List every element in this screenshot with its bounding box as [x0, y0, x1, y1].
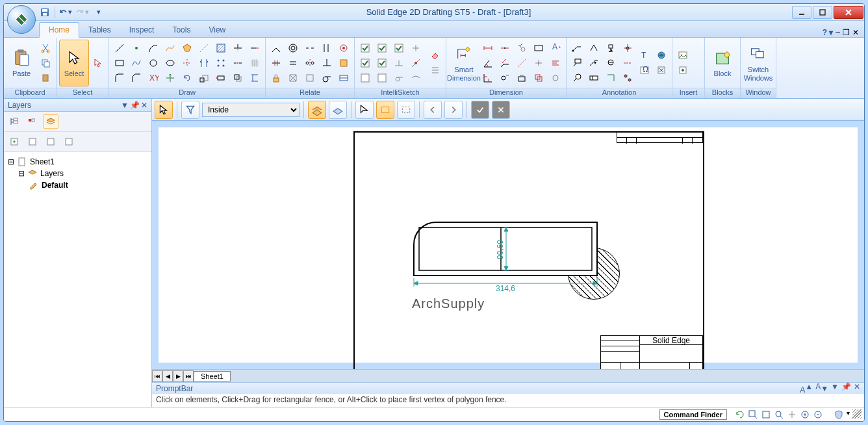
maintain-relationships-button[interactable] [336, 41, 351, 55]
shield-icon[interactable] [834, 409, 844, 420]
tab-tools[interactable]: Tools [163, 23, 199, 37]
sb-dropdown[interactable]: ▾ [847, 409, 850, 420]
horizontal-button[interactable] [268, 56, 284, 70]
insert-object-button[interactable] [675, 63, 691, 77]
smartframe-button[interactable] [654, 48, 669, 62]
eraser-button[interactable] [428, 48, 443, 62]
tree-expand-icon[interactable]: ⊟ [18, 169, 25, 178]
dim-track-button[interactable] [531, 56, 546, 70]
angle-between-button[interactable] [480, 56, 496, 70]
split-button[interactable] [230, 56, 246, 70]
tab-inspect[interactable]: Inspect [120, 23, 164, 37]
lock-button[interactable] [268, 71, 284, 85]
coordinate-button[interactable] [480, 71, 496, 85]
layer-move-button[interactable] [25, 135, 40, 149]
snap-center-button[interactable] [374, 41, 390, 55]
freeform-button[interactable] [129, 56, 144, 70]
centerline-ann-button[interactable] [620, 56, 635, 70]
panel-dropdown-button[interactable]: ▼ [121, 101, 129, 110]
tree-expand-icon[interactable]: ⊟ [8, 157, 14, 166]
layer-tree[interactable]: ⊟ Sheet1 ⊟ Layers Default [4, 152, 151, 407]
layer-new-button[interactable] [6, 135, 22, 149]
chamfer-button[interactable] [129, 71, 144, 85]
edge-condition-button[interactable] [603, 71, 619, 85]
tab-tables[interactable]: Tables [79, 23, 120, 37]
opt-fence-inside-button[interactable] [376, 101, 394, 119]
sheet-last-button[interactable]: ⏭ [183, 370, 194, 382]
select-button[interactable]: Select [59, 40, 89, 86]
hatch-button[interactable] [213, 41, 229, 55]
ellipse-button[interactable] [162, 56, 178, 70]
snap-parallel-button[interactable] [391, 41, 407, 55]
refresh-icon[interactable] [735, 409, 745, 420]
chamfer-dim-button[interactable] [497, 56, 513, 70]
perpendicular-button[interactable] [319, 56, 335, 70]
stretch-button[interactable] [213, 71, 229, 85]
surface-texture-button[interactable] [586, 41, 602, 55]
scale-button[interactable] [196, 71, 212, 85]
select-variant-button[interactable] [90, 56, 106, 70]
promptbar-pin-button[interactable]: 📌 [841, 382, 851, 394]
sheet-prev-button[interactable]: ◀ [162, 370, 173, 382]
mdi-close-button[interactable]: ✕ [852, 28, 859, 37]
leader-button[interactable] [569, 41, 585, 55]
copy-button[interactable] [38, 56, 53, 70]
curve-button[interactable] [162, 41, 178, 55]
application-menu-button[interactable] [7, 5, 36, 34]
arc-button[interactable] [146, 41, 161, 55]
promptbar-font-dec-button[interactable]: A▼ [815, 382, 828, 394]
opt-accept-button[interactable] [471, 101, 489, 119]
help-button[interactable]: ? ▾ [823, 28, 834, 37]
panel-close-button[interactable]: ✕ [141, 101, 147, 110]
zoom-out-icon[interactable] [813, 409, 823, 420]
text-dim-button[interactable]: A↔ [548, 41, 563, 55]
snap-endpoint-button[interactable] [357, 41, 373, 55]
text-button[interactable]: XY [146, 71, 161, 85]
opt-fence-overlap-button[interactable] [397, 101, 415, 119]
close-button[interactable] [834, 6, 863, 19]
callout-button[interactable] [569, 56, 585, 70]
minimize-button[interactable] [792, 6, 811, 19]
pattern-button[interactable] [213, 56, 229, 70]
offset-button[interactable] [230, 71, 246, 85]
block-button[interactable]: Block [708, 40, 737, 86]
layer-hide-button[interactable] [43, 135, 58, 149]
character-map-button[interactable]: Ω [637, 63, 652, 77]
collinear-button[interactable] [302, 41, 318, 55]
opt-cancel-button[interactable] [492, 101, 510, 119]
grid-icon-button[interactable] [247, 56, 262, 70]
center-mark-button[interactable] [620, 41, 635, 55]
auto-center-button[interactable] [620, 71, 635, 85]
resize-grip[interactable] [852, 409, 862, 419]
redo-button[interactable]: ▾ [75, 6, 89, 19]
rigid-button[interactable] [285, 71, 301, 85]
rotate-button[interactable] [179, 71, 195, 85]
tab-home[interactable]: Home [39, 22, 79, 38]
balloon-button[interactable] [569, 71, 585, 85]
rectangle-button[interactable] [112, 56, 127, 70]
sheet-tab[interactable]: Sheet1 [194, 371, 231, 381]
weld-button[interactable] [586, 56, 602, 70]
relationship-assistant-button[interactable] [336, 56, 351, 70]
snap-clear-button[interactable] [374, 71, 390, 85]
promptbar-font-inc-button[interactable]: A▲ [800, 382, 813, 394]
connect-button[interactable] [268, 41, 284, 55]
opt-layer-button[interactable] [329, 101, 347, 119]
dim-sm-button[interactable] [548, 71, 563, 85]
symmetric-button[interactable] [302, 56, 318, 70]
drawing-canvas[interactable]: 314,6 90,60 ArchSupply [159, 127, 858, 363]
dim-axis-button[interactable] [514, 56, 530, 70]
sheet-first-button[interactable]: ⏮ [152, 370, 162, 382]
cut-button[interactable] [38, 41, 53, 55]
tab-view[interactable]: View [199, 23, 235, 37]
circle-button[interactable] [146, 56, 161, 70]
dim-style-button[interactable] [531, 41, 546, 55]
style-mapping-button[interactable] [654, 63, 669, 77]
layer-stack-button[interactable] [43, 114, 58, 129]
snap-options-button[interactable] [357, 71, 373, 85]
construction-button[interactable] [196, 41, 212, 55]
snap-on-button[interactable] [408, 56, 424, 70]
mirror-button[interactable] [196, 56, 212, 70]
layer-tree-button[interactable] [6, 114, 22, 129]
dim-copy-button[interactable] [531, 71, 546, 85]
